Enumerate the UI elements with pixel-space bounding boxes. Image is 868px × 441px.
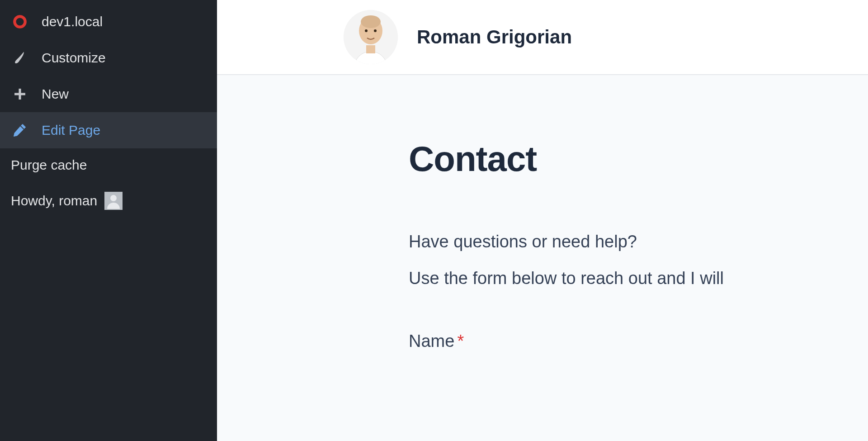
required-marker-icon: * bbox=[457, 332, 464, 351]
page-title: Contact bbox=[409, 138, 868, 180]
svg-point-2 bbox=[110, 195, 117, 201]
ring-icon bbox=[11, 13, 29, 31]
admin-item-howdy[interactable]: Howdy, roman bbox=[0, 182, 217, 220]
plus-icon bbox=[11, 85, 29, 103]
admin-item-label: New bbox=[42, 86, 69, 102]
intro-text: Have questions or need help? Use the for… bbox=[409, 229, 868, 291]
intro-line-1: Have questions or need help? bbox=[409, 229, 868, 254]
svg-rect-9 bbox=[366, 45, 375, 53]
admin-item-label: Edit Page bbox=[42, 123, 100, 138]
admin-item-label: Purge cache bbox=[11, 157, 87, 173]
svg-point-8 bbox=[374, 29, 377, 32]
svg-point-0 bbox=[14, 16, 25, 27]
admin-item-label: Customize bbox=[42, 50, 106, 66]
admin-item-new[interactable]: New bbox=[0, 76, 217, 112]
person-avatar-icon bbox=[344, 10, 398, 64]
admin-bar: dev1.local Customize New Edit Page Purge… bbox=[0, 0, 217, 441]
site-title[interactable]: Roman Grigorian bbox=[417, 26, 572, 48]
content-area: Roman Grigorian Contact Have questions o… bbox=[217, 0, 868, 441]
user-avatar-placeholder-icon bbox=[104, 192, 123, 210]
admin-item-purge-cache[interactable]: Purge cache bbox=[0, 148, 217, 182]
profile-avatar[interactable] bbox=[344, 10, 398, 64]
admin-item-site[interactable]: dev1.local bbox=[0, 4, 217, 40]
admin-item-edit-page[interactable]: Edit Page bbox=[0, 112, 217, 148]
admin-item-customize[interactable]: Customize bbox=[0, 40, 217, 76]
page-body: Contact Have questions or need help? Use… bbox=[217, 75, 868, 441]
form-label-name: Name* bbox=[409, 332, 868, 351]
admin-item-label: dev1.local bbox=[42, 14, 103, 29]
brush-icon bbox=[11, 49, 29, 67]
pencil-icon bbox=[11, 121, 29, 139]
svg-point-6 bbox=[361, 15, 381, 28]
howdy-text: Howdy, roman bbox=[11, 193, 97, 209]
site-header: Roman Grigorian bbox=[217, 0, 868, 75]
svg-point-7 bbox=[365, 29, 368, 32]
intro-line-2: Use the form below to reach out and I wi… bbox=[409, 266, 868, 291]
